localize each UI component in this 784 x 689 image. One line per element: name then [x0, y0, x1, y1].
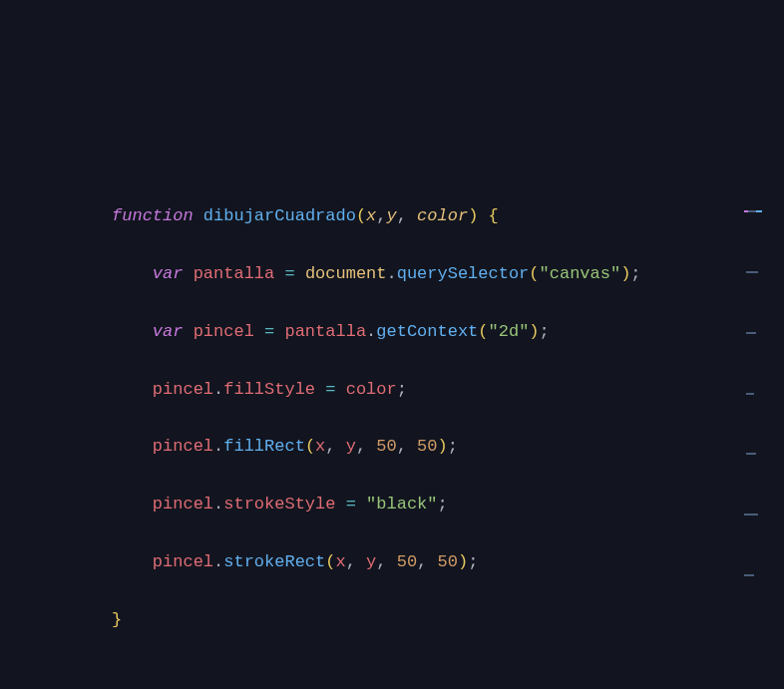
- fn-getContext: getContext: [376, 322, 478, 341]
- fn-fillRect: fillRect: [223, 437, 305, 456]
- num-50: 50: [376, 437, 396, 456]
- minimap[interactable]: [744, 154, 780, 175]
- param-y: y: [387, 206, 397, 225]
- code-line[interactable]: function dibujarCuadrado(x,y, color) {: [0, 202, 784, 231]
- var-pincel: pincel: [194, 322, 254, 341]
- obj-document: document: [305, 264, 387, 283]
- code-line[interactable]: pincel.strokeRect(x, y, 50, 50);: [0, 548, 784, 577]
- code-line[interactable]: pincel.strokeStyle = "black";: [0, 491, 784, 519]
- param-x: x: [366, 206, 376, 225]
- code-line[interactable]: }: [0, 606, 784, 635]
- code-line[interactable]: var pantalla = document.querySelector("c…: [0, 260, 784, 289]
- fn-querySelector: querySelector: [397, 264, 530, 283]
- code-editor[interactable]: function dibujarCuadrado(x,y, color) { v…: [0, 146, 784, 689]
- code-line[interactable]: pincel.fillRect(x, y, 50, 50);: [0, 433, 784, 462]
- paren-open: (: [356, 206, 366, 225]
- brace-open: {: [489, 206, 499, 225]
- string-2d: "2d": [489, 322, 530, 341]
- code-line[interactable]: pincel.fillStyle = color;: [0, 376, 784, 405]
- brace-close: }: [112, 610, 122, 629]
- prop-strokeStyle: strokeStyle: [223, 495, 335, 514]
- string-black: "black": [366, 495, 437, 514]
- paren-close: ): [468, 206, 478, 225]
- operator-assign: =: [284, 264, 294, 283]
- param-color: color: [417, 206, 468, 225]
- string-canvas: "canvas": [540, 264, 621, 283]
- prop-fillStyle: fillStyle: [223, 380, 315, 399]
- fn-strokeRect: strokeRect: [223, 552, 325, 571]
- var-pantalla: pantalla: [194, 264, 275, 283]
- function-name: dibujarCuadrado: [203, 206, 356, 225]
- code-line-empty[interactable]: [0, 664, 784, 689]
- keyword-var: var: [153, 264, 184, 283]
- keyword-function: function: [112, 206, 194, 225]
- keyword-var: var: [153, 322, 184, 341]
- code-line[interactable]: var pincel = pantalla.getContext("2d");: [0, 318, 784, 347]
